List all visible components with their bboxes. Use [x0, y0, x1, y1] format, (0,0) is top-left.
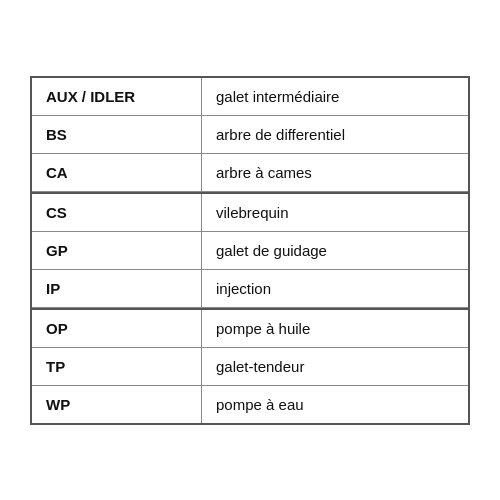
description-cell-gp: galet de guidage	[202, 232, 468, 269]
table-row: BSarbre de differentiel	[32, 116, 468, 154]
code-cell-gp: GP	[32, 232, 202, 269]
table-row: IPinjection	[32, 270, 468, 308]
code-cell-op: OP	[32, 310, 202, 347]
description-cell-tp: galet-tendeur	[202, 348, 468, 385]
table-row: GPgalet de guidage	[32, 232, 468, 270]
description-cell-cs: vilebrequin	[202, 194, 468, 231]
code-cell-cs: CS	[32, 194, 202, 231]
description-cell-ip: injection	[202, 270, 468, 307]
description-cell-wp: pompe à eau	[202, 386, 468, 423]
table-row: CSvilebrequin	[32, 192, 468, 232]
code-cell-tp: TP	[32, 348, 202, 385]
main-table: AUX / IDLERgalet intermédiaireBSarbre de…	[30, 76, 470, 425]
table-row: OPpompe à huile	[32, 308, 468, 348]
code-cell-aux-idler: AUX / IDLER	[32, 78, 202, 115]
code-cell-bs: BS	[32, 116, 202, 153]
code-cell-wp: WP	[32, 386, 202, 423]
table-row: WPpompe à eau	[32, 386, 468, 423]
code-cell-ca: CA	[32, 154, 202, 191]
code-cell-ip: IP	[32, 270, 202, 307]
table-row: TPgalet-tendeur	[32, 348, 468, 386]
description-cell-ca: arbre à cames	[202, 154, 468, 191]
description-cell-aux-idler: galet intermédiaire	[202, 78, 468, 115]
description-cell-op: pompe à huile	[202, 310, 468, 347]
table-row: AUX / IDLERgalet intermédiaire	[32, 78, 468, 116]
description-cell-bs: arbre de differentiel	[202, 116, 468, 153]
table-row: CAarbre à cames	[32, 154, 468, 192]
